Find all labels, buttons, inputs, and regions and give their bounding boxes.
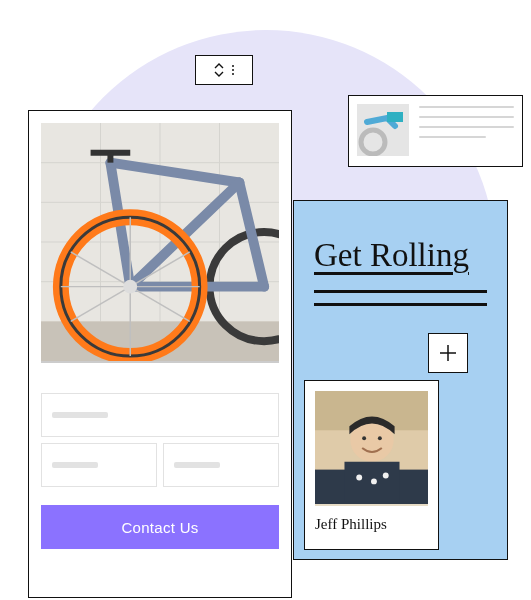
- contact-us-button[interactable]: Contact Us: [41, 505, 279, 549]
- divider: [314, 303, 487, 306]
- svg-point-8: [356, 475, 362, 481]
- snippet-text-placeholder: [419, 104, 514, 158]
- svg-point-9: [371, 478, 377, 484]
- hero-image: [41, 123, 279, 363]
- profile-name: Jeff Phillips: [315, 516, 428, 533]
- mobile-preview-card: Contact Us: [28, 110, 292, 598]
- contact-form: [41, 393, 279, 487]
- svg-rect-2: [387, 112, 403, 122]
- form-field[interactable]: [41, 393, 279, 437]
- placeholder-line: [52, 412, 108, 418]
- block-drag-handle[interactable]: [195, 55, 253, 85]
- placeholder-line: [52, 462, 98, 468]
- profile-card[interactable]: Jeff Phillips: [304, 380, 439, 550]
- placeholder-line: [174, 462, 220, 468]
- add-block-button[interactable]: [428, 333, 468, 373]
- svg-point-12: [378, 436, 382, 440]
- svg-point-40: [123, 280, 137, 294]
- divider: [314, 290, 487, 293]
- promo-title: Get Rolling: [314, 237, 487, 274]
- more-icon: [232, 63, 234, 77]
- reorder-icon: [214, 63, 224, 77]
- content-snippet-card[interactable]: [348, 95, 523, 167]
- profile-photo: [315, 391, 428, 506]
- plus-icon: [438, 343, 458, 363]
- snippet-thumbnail: [357, 104, 409, 156]
- svg-point-10: [383, 473, 389, 479]
- form-field[interactable]: [41, 443, 157, 487]
- svg-point-11: [362, 436, 366, 440]
- form-field[interactable]: [163, 443, 279, 487]
- cta-label: Contact Us: [121, 519, 198, 536]
